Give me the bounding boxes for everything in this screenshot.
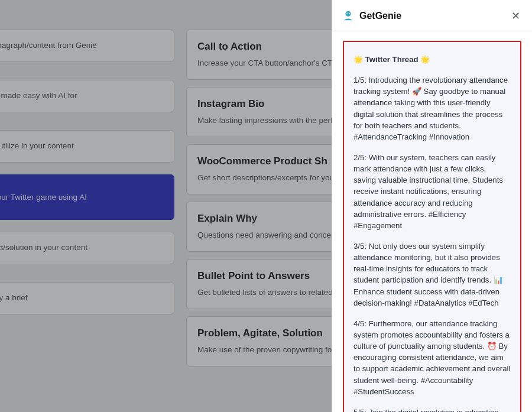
getgenie-panel: GetGenie ✕ 🌟 Twitter Thread 🌟 1/5: Intro… — [332, 0, 532, 412]
panel-body: 🌟 Twitter Thread 🌟 1/5: Introducing the … — [332, 31, 532, 412]
output-content-box: 🌟 Twitter Thread 🌟 1/5: Introducing the … — [343, 41, 521, 412]
thread-item: 1/5: Introducing the revolutionary atten… — [353, 74, 511, 142]
svg-point-0 — [345, 11, 351, 17]
getgenie-logo-icon — [342, 9, 355, 22]
close-button[interactable]: ✕ — [509, 8, 523, 24]
panel-header: GetGenie ✕ — [332, 0, 532, 31]
thread-item: 3/5: Not only does our system simplify a… — [353, 241, 511, 309]
modal-overlay[interactable] — [0, 0, 332, 412]
brand-name: GetGenie — [359, 11, 401, 21]
svg-point-1 — [346, 13, 348, 14]
thread-item: 2/5: With our system, teachers can easil… — [353, 152, 511, 231]
app-root: given sentence/paragraph/content from Ge… — [0, 0, 532, 412]
thread-item: 4/5: Furthermore, our attendance trackin… — [353, 318, 511, 397]
thread-item: 5/5: Join the digital revolution in educ… — [353, 407, 511, 412]
svg-point-2 — [349, 13, 350, 14]
close-icon: ✕ — [511, 10, 520, 22]
thread-heading: 🌟 Twitter Thread 🌟 — [353, 54, 511, 65]
brand: GetGenie — [342, 9, 401, 22]
